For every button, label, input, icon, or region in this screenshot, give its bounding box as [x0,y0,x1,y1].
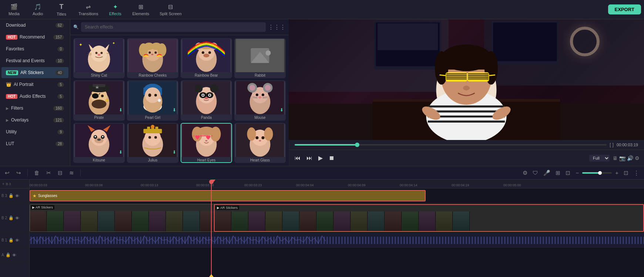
sunglasses-clip[interactable]: ★ Sunglasses [30,190,426,201]
sidebar-item-ai-portrait[interactable]: 👑 AI Portrait 5 [1,79,68,90]
speaker-icon[interactable]: 🔊 [627,155,633,161]
export-button[interactable]: EXPORT [608,4,641,14]
stop-button[interactable]: ⏹ [327,153,336,163]
track-1-label: B 1 🔒 👁 [0,233,29,248]
toolbar-transitions[interactable]: ⇌ Transitions [74,2,103,17]
svg-rect-158 [30,233,644,247]
track-2-label: B 2 🔒 👁 [0,203,29,233]
effect-mouse[interactable]: Mouse ⬇ [234,80,286,120]
lock-icon-audio[interactable]: 🔒 [6,253,11,257]
playback-progress[interactable] [295,144,607,146]
effect-shiny-cat[interactable]: ✦ ✦ Shiny Cat [73,38,125,78]
zoom-in-button[interactable]: + [613,168,620,177]
zoom-out-button[interactable]: − [574,168,581,177]
monitor-icon[interactable]: 🖥 [613,155,618,161]
svg-point-5 [98,54,101,56]
eye-icon-3[interactable]: 👁 [15,194,19,198]
sidebar-item-ar-stickers[interactable]: NEW AR Stickers 40 [1,67,68,78]
eye-icon-audio[interactable]: 👁 [12,253,16,257]
toolbar-splitscreen[interactable]: ⊟ Split Screen [155,2,186,17]
effect-rabbit[interactable]: Rabbit [234,38,286,78]
timeline-settings-button[interactable]: ⚙ [521,168,529,177]
effect-rainbow-bear[interactable]: Rainbow Bear [181,38,232,78]
svg-point-114 [205,140,208,141]
sidebar-item-utility[interactable]: Utility 9 [1,126,68,137]
effect-pearl-girl[interactable]: Pearl Girl ⬇ [127,80,178,120]
play-button[interactable]: ▶ [317,153,324,163]
undo-button[interactable]: ↩ [3,168,11,177]
snap-icon[interactable]: ⊞ [554,168,562,177]
svg-point-33 [204,54,209,57]
video-icon-2: ▶ [217,206,219,210]
sidebar-item-filters[interactable]: ▶ Filters 160 [1,103,68,114]
sidebar-item-recommend[interactable]: HOT Recommend 157 [1,31,68,43]
search-icon: 🔍 [73,24,79,30]
lock-icon-2[interactable]: 🔒 [9,216,14,220]
grid-view-icon[interactable]: ⋮⋮⋮ [268,24,286,31]
split-icon[interactable]: ⊡ [564,168,572,177]
lock-icon-1[interactable]: 🔒 [9,238,14,243]
view-controls: 🖥 📷 🔊 ⚙ [613,155,640,161]
svg-point-19 [155,51,157,54]
sunglasses-clip-label: Sunglasses [38,194,57,198]
sidebar-item-download[interactable]: Download 62 [1,20,68,31]
toolbar-audio[interactable]: 🎵 Audio [27,2,49,17]
search-input[interactable] [81,22,266,32]
hot-badge: HOT [6,35,17,40]
more-button[interactable]: ⋮ [632,168,641,177]
zoom-select[interactable]: Full 75% 50% [589,155,610,161]
svg-point-59 [158,99,161,102]
mic-icon[interactable]: 🎤 [541,168,552,177]
step-back-button[interactable]: ⏭ [305,153,314,163]
svg-point-154 [463,86,470,90]
download-icon-julius: ⬇ [172,150,176,155]
sidebar-item-audio-effects[interactable]: HOT Audio Effects 5 [1,91,68,102]
svg-point-79 [256,94,258,96]
effect-heart-glass[interactable]: Heart Glass [234,123,286,163]
download-icon-mouse: ⬇ [280,107,284,113]
add-track-icon[interactable]: + [2,182,4,186]
rewind-button[interactable]: ⏮ [293,153,302,163]
sidebar-item-favorites[interactable]: Favorites 0 [1,43,68,54]
effect-julius[interactable]: Julius ⬇ [127,123,178,163]
lock-icon-3[interactable]: 🔒 [9,193,14,198]
delete-button[interactable]: 🗑 [32,168,41,177]
effect-row3-1[interactable]: Kitsune ⬇ [73,123,125,163]
toolbar-media[interactable]: 🎬 Media [3,2,25,17]
svg-point-4 [101,52,103,54]
titles-icon: T [60,3,64,11]
toolbar-titles[interactable]: T Titles [50,1,73,18]
timeline-toolbar: ↩ ↪ 🗑 ✂ ⊟ ≋ ⚙ 🛡 🎤 ⊞ ⊡ − + ⊡ ⋮ [0,166,644,180]
redo-button[interactable]: ↪ [14,168,23,177]
effect-mouse-img [235,81,285,114]
effect-rainbow-cheeks[interactable]: Rainbow Cheeks [127,38,178,78]
svg-line-144 [489,75,495,76]
sidebar-item-festival[interactable]: Festival and Events 10 [1,55,68,66]
fit-button[interactable]: ⊡ [622,168,630,177]
cut-button[interactable]: ✂ [44,168,53,177]
svg-point-70 [209,94,211,96]
effect-heart-eyes[interactable]: Heart Eyes [181,123,232,163]
eye-icon-1[interactable]: 👁 [15,238,19,243]
svg-point-63 [195,84,203,93]
timeline-ruler[interactable]: 00:00:03:03 00:00:03:08 00:00:03:13 00:0… [30,180,644,188]
camera-icon[interactable]: 📷 [619,155,625,161]
timeline-zoom-slider[interactable] [582,172,612,174]
progress-fill [295,144,357,146]
shield-icon[interactable]: 🛡 [531,168,540,177]
svg-point-58 [154,94,157,97]
timeline-body: + B 3 B 3 🔒 👁 B 2 🔒 👁 B 1 🔒 👁 [0,180,644,277]
effect-pirate[interactable]: ☠ Pirate ⬇ [73,80,125,120]
settings-icon[interactable]: ⚙ [635,155,640,161]
effect-panda[interactable]: Panda [181,80,232,120]
sidebar-item-overlays[interactable]: ▶ Overlays 121 [1,114,68,126]
toolbar-effects[interactable]: ✦ Effects [104,2,126,17]
eye-icon-2[interactable]: 👁 [15,216,19,220]
toolbar-elements[interactable]: ⊞ Elements [128,2,154,17]
time-mark-8: 00:00:04:14 [400,183,417,187]
stabilize-button[interactable]: ≋ [67,168,76,177]
detach-audio-button[interactable]: ⊟ [56,168,64,177]
track-3-content: ★ Sunglasses [30,188,644,203]
ar-stickers-clip-2[interactable]: ▶ AR Stickers [214,204,644,232]
sidebar-item-lut[interactable]: LUT 28 [1,138,68,149]
